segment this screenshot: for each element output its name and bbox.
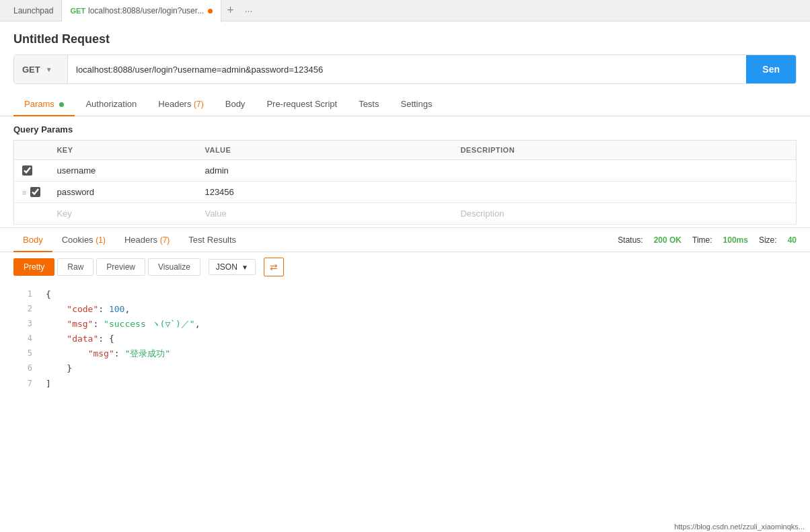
tab-authorization[interactable]: Authorization (75, 92, 147, 116)
status-label-text: Status: (618, 235, 642, 245)
tab-tests[interactable]: Tests (348, 92, 390, 116)
table-row: username admin (14, 160, 797, 182)
row3-value-placeholder[interactable]: Value (196, 203, 452, 225)
json-label: JSON (216, 262, 237, 272)
cookies-badge: (1) (96, 235, 106, 245)
query-params-title: Query Params (13, 116, 797, 140)
line-num-1: 1 (13, 287, 32, 301)
tab-params[interactable]: Params (13, 92, 75, 116)
format-preview-button[interactable]: Preview (96, 258, 145, 276)
resp-tab-testresults-label: Test Results (188, 235, 236, 245)
new-tab-button[interactable]: + (221, 3, 240, 17)
status-value: 200 OK (654, 235, 682, 245)
resp-tab-body-label: Body (23, 235, 43, 245)
tab-settings-label: Settings (400, 99, 432, 109)
resp-tab-cookies[interactable]: Cookies (1) (52, 228, 115, 252)
line-num-2: 2 (13, 302, 32, 315)
response-section: Body Cookies (1) Headers (7) Test Result… (0, 227, 810, 397)
row3-check-cell (14, 203, 49, 225)
method-label: GET (22, 65, 40, 75)
main-content: Untitled Request GET ▼ Sen Params Author… (0, 22, 810, 397)
response-format-bar: Pretty Raw Preview Visualize JSON ▼ ⇄ (0, 252, 810, 282)
row1-description[interactable] (452, 160, 796, 182)
tab-headers-label: Headers (158, 99, 194, 109)
tab-method-badge: GET (70, 7, 85, 15)
row2-description[interactable] (452, 182, 796, 203)
size-label-text: Size: (759, 235, 777, 245)
time-value: 100ms (723, 235, 748, 245)
more-tabs-button[interactable]: ··· (240, 5, 258, 16)
tab-settings[interactable]: Settings (390, 92, 443, 116)
json-content-6: } (46, 361, 72, 376)
row2-check-cell: ≡ (14, 182, 49, 203)
tab-url-label: localhost:8088/user/login?user... (88, 6, 204, 15)
json-line-6: 6 } (13, 361, 797, 376)
json-content-2: "code": 100, (46, 302, 130, 317)
method-select[interactable]: GET ▼ (14, 55, 68, 83)
top-tab-bar: Launchpad GET localhost:8088/user/login?… (0, 0, 810, 22)
params-dot-icon (59, 102, 64, 107)
request-tabs: Params Authorization Headers (7) Body Pr… (0, 92, 810, 116)
tab-body[interactable]: Body (215, 92, 256, 116)
json-content-4: "data": { (46, 332, 114, 346)
wrap-button[interactable]: ⇄ (264, 258, 284, 276)
json-chevron-icon: ▼ (242, 264, 248, 271)
json-content-5: "msg": "登录成功" (46, 346, 170, 361)
request-title: Untitled Request (0, 22, 810, 54)
resp-tab-headers[interactable]: Headers (7) (115, 228, 179, 252)
line-num-6: 6 (13, 361, 32, 375)
col-description-header: DESCRIPTION (452, 141, 796, 160)
method-chevron-icon: ▼ (46, 66, 52, 73)
tab-get-request[interactable]: GET localhost:8088/user/login?user... (62, 0, 221, 22)
url-bar: GET ▼ Sen (13, 54, 797, 84)
row1-check-cell (14, 160, 49, 182)
tab-prerequest[interactable]: Pre-request Script (256, 92, 348, 116)
col-check-header (14, 141, 49, 160)
line-num-4: 4 (13, 332, 32, 345)
row1-key[interactable]: username (48, 160, 196, 182)
resp-tab-testresults[interactable]: Test Results (179, 228, 246, 252)
wrap-icon: ⇄ (270, 262, 278, 272)
table-row: Key Value Description (14, 203, 797, 225)
response-status-area: Status: 200 OK Time: 100ms Size: 40 (618, 235, 797, 245)
row2-value[interactable]: 123456 (196, 182, 452, 203)
query-params-section: Query Params KEY VALUE DESCRIPTION (0, 116, 810, 225)
json-line-3: 3 "msg": "success ヽ(▽`)／", (13, 317, 797, 332)
json-content-7: ] (46, 377, 51, 391)
row3-key-placeholder[interactable]: Key (48, 203, 196, 225)
row3-description-placeholder[interactable]: Description (452, 203, 796, 225)
send-button[interactable]: Sen (746, 55, 796, 83)
tab-tests-label: Tests (359, 99, 379, 109)
tab-launchpad[interactable]: Launchpad (5, 0, 62, 21)
resp-tab-body[interactable]: Body (13, 228, 52, 252)
format-pretty-button[interactable]: Pretty (13, 258, 54, 276)
drag-handle-icon[interactable]: ≡ (22, 188, 26, 196)
json-line-4: 4 "data": { (13, 332, 797, 346)
headers-badge: (7) (194, 100, 204, 109)
json-line-2: 2 "code": 100, (13, 302, 797, 317)
col-key-header: KEY (48, 141, 196, 160)
col-value-header: VALUE (196, 141, 452, 160)
row1-value[interactable]: admin (196, 160, 452, 182)
url-input[interactable] (68, 65, 746, 75)
tab-body-label: Body (225, 99, 246, 109)
row2-checkbox[interactable] (30, 187, 40, 197)
line-num-5: 5 (13, 346, 32, 360)
row2-key[interactable]: password (48, 182, 196, 203)
row1-checkbox[interactable] (22, 165, 32, 176)
size-value: 40 (788, 235, 797, 245)
resp-headers-badge: (7) (160, 235, 170, 245)
table-row: ≡ password 123456 (14, 182, 797, 203)
tab-headers[interactable]: Headers (7) (147, 92, 214, 116)
tab-params-label: Params (24, 99, 54, 109)
tab-authorization-label: Authorization (85, 99, 137, 109)
json-format-select[interactable]: JSON ▼ (209, 259, 256, 275)
json-line-1: 1 { (13, 287, 797, 302)
json-content-1: { (46, 287, 51, 302)
format-visualize-button[interactable]: Visualize (148, 258, 200, 276)
json-viewer: 1 { 2 "code": 100, 3 "msg": "success ヽ(▽… (0, 282, 810, 397)
unsaved-dot-icon (208, 9, 213, 13)
resp-tab-headers-label: Headers (124, 235, 160, 245)
format-raw-button[interactable]: Raw (57, 258, 94, 276)
line-num-3: 3 (13, 317, 32, 330)
